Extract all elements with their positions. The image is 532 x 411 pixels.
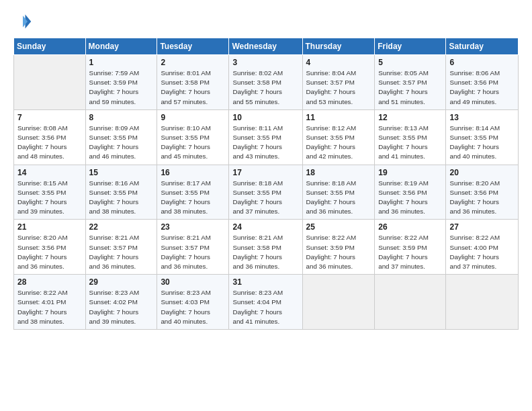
day-info: Sunrise: 8:23 AMSunset: 4:03 PMDaylight:… xyxy=(161,288,225,326)
day-number: 8 xyxy=(89,113,154,122)
calendar-cell: 5Sunrise: 8:05 AMSunset: 3:57 PMDaylight… xyxy=(375,55,446,110)
day-number: 6 xyxy=(449,58,515,67)
day-info: Sunrise: 8:22 AMSunset: 3:59 PMDaylight:… xyxy=(306,233,371,271)
calendar-cell xyxy=(375,275,446,330)
logo-icon xyxy=(13,12,32,31)
day-info: Sunrise: 8:22 AMSunset: 3:59 PMDaylight:… xyxy=(378,233,442,271)
calendar-cell: 27Sunrise: 8:22 AMSunset: 4:00 PMDayligh… xyxy=(446,220,519,275)
day-number: 22 xyxy=(89,222,154,232)
day-number: 19 xyxy=(378,168,442,177)
weekday-header: Wednesday xyxy=(229,38,302,55)
page: SundayMondayTuesdayWednesdayThursdayFrid… xyxy=(0,0,532,411)
day-info: Sunrise: 8:14 AMSunset: 3:55 PMDaylight:… xyxy=(449,124,515,162)
calendar-week-row: 1Sunrise: 7:59 AMSunset: 3:59 PMDaylight… xyxy=(14,55,519,110)
calendar-table: SundayMondayTuesdayWednesdayThursdayFrid… xyxy=(13,38,519,330)
calendar-cell: 19Sunrise: 8:19 AMSunset: 3:56 PMDayligh… xyxy=(375,165,446,220)
day-info: Sunrise: 8:09 AMSunset: 3:55 PMDaylight:… xyxy=(89,124,154,162)
calendar-cell: 23Sunrise: 8:21 AMSunset: 3:57 PMDayligh… xyxy=(157,220,229,275)
calendar-week-row: 28Sunrise: 8:22 AMSunset: 4:01 PMDayligh… xyxy=(14,275,519,330)
weekday-row: SundayMondayTuesdayWednesdayThursdayFrid… xyxy=(14,38,519,55)
day-info: Sunrise: 8:15 AMSunset: 3:55 PMDaylight:… xyxy=(17,179,82,217)
day-info: Sunrise: 8:12 AMSunset: 3:55 PMDaylight:… xyxy=(306,124,371,162)
logo xyxy=(13,12,34,31)
day-info: Sunrise: 8:23 AMSunset: 4:04 PMDaylight:… xyxy=(232,288,298,326)
calendar-cell: 13Sunrise: 8:14 AMSunset: 3:55 PMDayligh… xyxy=(446,109,519,165)
header xyxy=(13,12,519,31)
calendar-cell: 31Sunrise: 8:23 AMSunset: 4:04 PMDayligh… xyxy=(229,275,302,330)
calendar-cell: 17Sunrise: 8:18 AMSunset: 3:55 PMDayligh… xyxy=(229,165,302,220)
calendar-cell: 25Sunrise: 8:22 AMSunset: 3:59 PMDayligh… xyxy=(302,220,375,275)
calendar-cell: 2Sunrise: 8:01 AMSunset: 3:58 PMDaylight… xyxy=(157,55,229,110)
day-info: Sunrise: 8:11 AMSunset: 3:55 PMDaylight:… xyxy=(232,124,298,162)
calendar-cell: 15Sunrise: 8:16 AMSunset: 3:55 PMDayligh… xyxy=(85,165,157,220)
day-number: 12 xyxy=(378,113,442,122)
calendar-cell: 10Sunrise: 8:11 AMSunset: 3:55 PMDayligh… xyxy=(229,109,302,165)
day-number: 4 xyxy=(306,58,371,67)
day-number: 20 xyxy=(449,168,515,177)
calendar-cell xyxy=(446,275,519,330)
calendar-week-row: 14Sunrise: 8:15 AMSunset: 3:55 PMDayligh… xyxy=(14,165,519,220)
day-number: 2 xyxy=(161,58,225,67)
weekday-header: Thursday xyxy=(302,38,375,55)
calendar-cell: 9Sunrise: 8:10 AMSunset: 3:55 PMDaylight… xyxy=(157,109,229,165)
calendar-cell: 14Sunrise: 8:15 AMSunset: 3:55 PMDayligh… xyxy=(14,165,86,220)
calendar-cell: 6Sunrise: 8:06 AMSunset: 3:56 PMDaylight… xyxy=(446,55,519,110)
calendar-week-row: 7Sunrise: 8:08 AMSunset: 3:56 PMDaylight… xyxy=(14,109,519,165)
day-info: Sunrise: 8:21 AMSunset: 3:57 PMDaylight:… xyxy=(89,233,154,271)
calendar-cell: 1Sunrise: 7:59 AMSunset: 3:59 PMDaylight… xyxy=(85,55,157,110)
day-info: Sunrise: 8:21 AMSunset: 3:57 PMDaylight:… xyxy=(161,233,225,271)
calendar-cell: 24Sunrise: 8:21 AMSunset: 3:58 PMDayligh… xyxy=(229,220,302,275)
day-info: Sunrise: 8:23 AMSunset: 4:02 PMDaylight:… xyxy=(89,288,154,326)
calendar-header: SundayMondayTuesdayWednesdayThursdayFrid… xyxy=(14,38,519,55)
day-number: 7 xyxy=(17,113,82,122)
day-info: Sunrise: 8:05 AMSunset: 3:57 PMDaylight:… xyxy=(378,68,442,107)
day-number: 21 xyxy=(17,222,82,232)
day-number: 17 xyxy=(232,168,298,177)
day-number: 15 xyxy=(89,168,154,177)
day-number: 25 xyxy=(306,222,371,232)
day-info: Sunrise: 8:18 AMSunset: 3:55 PMDaylight:… xyxy=(306,179,371,217)
weekday-header: Saturday xyxy=(446,38,519,55)
day-number: 23 xyxy=(161,222,225,232)
day-info: Sunrise: 8:22 AMSunset: 4:00 PMDaylight:… xyxy=(449,233,515,271)
calendar-cell: 7Sunrise: 8:08 AMSunset: 3:56 PMDaylight… xyxy=(14,109,86,165)
day-number: 30 xyxy=(161,277,225,287)
day-number: 18 xyxy=(306,168,371,177)
calendar-cell xyxy=(302,275,375,330)
calendar-cell: 16Sunrise: 8:17 AMSunset: 3:55 PMDayligh… xyxy=(157,165,229,220)
weekday-header: Friday xyxy=(375,38,446,55)
calendar-cell: 11Sunrise: 8:12 AMSunset: 3:55 PMDayligh… xyxy=(302,109,375,165)
calendar-cell: 29Sunrise: 8:23 AMSunset: 4:02 PMDayligh… xyxy=(85,275,157,330)
day-number: 14 xyxy=(17,168,82,177)
day-info: Sunrise: 8:21 AMSunset: 3:58 PMDaylight:… xyxy=(232,233,298,271)
calendar-cell: 21Sunrise: 8:20 AMSunset: 3:56 PMDayligh… xyxy=(14,220,86,275)
day-info: Sunrise: 8:20 AMSunset: 3:56 PMDaylight:… xyxy=(449,179,515,217)
calendar-cell: 18Sunrise: 8:18 AMSunset: 3:55 PMDayligh… xyxy=(302,165,375,220)
day-info: Sunrise: 8:18 AMSunset: 3:55 PMDaylight:… xyxy=(232,179,298,217)
day-info: Sunrise: 8:08 AMSunset: 3:56 PMDaylight:… xyxy=(17,124,82,162)
day-info: Sunrise: 8:16 AMSunset: 3:55 PMDaylight:… xyxy=(89,179,154,217)
calendar-cell: 22Sunrise: 8:21 AMSunset: 3:57 PMDayligh… xyxy=(85,220,157,275)
day-number: 13 xyxy=(449,113,515,122)
day-number: 27 xyxy=(449,222,515,232)
day-info: Sunrise: 8:19 AMSunset: 3:56 PMDaylight:… xyxy=(378,179,442,217)
calendar-cell: 28Sunrise: 8:22 AMSunset: 4:01 PMDayligh… xyxy=(14,275,86,330)
calendar-body: 1Sunrise: 7:59 AMSunset: 3:59 PMDaylight… xyxy=(14,55,519,330)
calendar-cell: 26Sunrise: 8:22 AMSunset: 3:59 PMDayligh… xyxy=(375,220,446,275)
day-info: Sunrise: 8:20 AMSunset: 3:56 PMDaylight:… xyxy=(17,233,82,271)
calendar-cell: 30Sunrise: 8:23 AMSunset: 4:03 PMDayligh… xyxy=(157,275,229,330)
weekday-header: Sunday xyxy=(14,38,86,55)
calendar-cell xyxy=(14,55,86,110)
day-number: 9 xyxy=(161,113,225,122)
day-info: Sunrise: 8:10 AMSunset: 3:55 PMDaylight:… xyxy=(161,124,225,162)
day-number: 5 xyxy=(378,58,442,67)
weekday-header: Monday xyxy=(85,38,157,55)
day-number: 1 xyxy=(89,58,154,67)
day-number: 3 xyxy=(232,58,298,67)
calendar-cell: 12Sunrise: 8:13 AMSunset: 3:55 PMDayligh… xyxy=(375,109,446,165)
day-number: 26 xyxy=(378,222,442,232)
calendar-cell: 3Sunrise: 8:02 AMSunset: 3:58 PMDaylight… xyxy=(229,55,302,110)
day-info: Sunrise: 8:02 AMSunset: 3:58 PMDaylight:… xyxy=(232,68,298,107)
day-number: 11 xyxy=(306,113,371,122)
day-info: Sunrise: 7:59 AMSunset: 3:59 PMDaylight:… xyxy=(89,68,154,107)
